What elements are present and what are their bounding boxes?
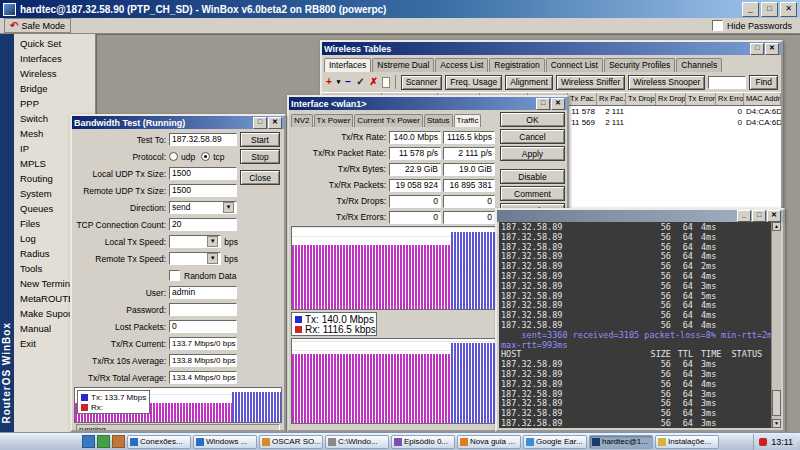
taskbar-item[interactable]: Episódio 0...: [391, 435, 455, 449]
close-button[interactable]: ✕: [765, 43, 779, 55]
protocol-tcp-radio[interactable]: [201, 152, 210, 161]
dialog-button[interactable]: OK: [500, 112, 565, 127]
add-icon[interactable]: +: [325, 75, 333, 89]
status-bar: running...: [76, 424, 280, 432]
quick-launch-icon[interactable]: [97, 435, 110, 448]
tray-icon[interactable]: [759, 438, 767, 446]
maximize-button[interactable]: □: [752, 210, 766, 222]
local-tx-speed-input[interactable]: ▼: [169, 235, 221, 248]
test-to-input[interactable]: 187.32.58.89: [169, 133, 237, 146]
column-header[interactable]: Rx Pac...: [597, 93, 626, 105]
taskbar-item[interactable]: OSCAR SO...: [259, 435, 323, 449]
taskbar-item[interactable]: Google Ear...: [523, 435, 587, 449]
column-header[interactable]: Tx Pac...: [568, 93, 597, 105]
comment-icon[interactable]: [382, 77, 390, 88]
taskbar-item[interactable]: Instalaçõe...: [655, 435, 719, 449]
dialog-button[interactable]: Stop: [240, 149, 280, 164]
column-header[interactable]: Tx Drops: [626, 93, 656, 105]
dropdown-icon[interactable]: ▼: [207, 236, 218, 247]
tab[interactable]: Registration: [489, 58, 544, 72]
tab[interactable]: Traffic: [454, 114, 482, 127]
wireless-tool-button[interactable]: Wireless Sniffer: [556, 75, 625, 90]
column-header[interactable]: Tx Errors: [686, 93, 716, 105]
column-header[interactable]: Rx Drops: [656, 93, 686, 105]
tab[interactable]: Tx Power: [314, 114, 354, 127]
dialog-button[interactable]: Close: [240, 170, 280, 185]
taskbar-item[interactable]: Windows ...: [193, 435, 257, 449]
dialog-button[interactable]: Disable: [500, 169, 565, 184]
sidebar-item[interactable]: Quick Set: [14, 36, 95, 51]
find-input[interactable]: [708, 76, 746, 89]
taskbar-item[interactable]: Conexões...: [127, 435, 191, 449]
close-button[interactable]: ✕: [551, 98, 565, 110]
sidebar-item[interactable]: Wireless: [14, 66, 95, 81]
wireless-tool-button[interactable]: Freq. Usage: [445, 75, 502, 90]
hide-passwords-checkbox[interactable]: Hide Passwords: [712, 20, 796, 31]
scroll-down-icon[interactable]: ▼: [772, 419, 781, 428]
quick-launch-icon[interactable]: [82, 435, 95, 448]
tab[interactable]: NV2: [291, 114, 313, 127]
tab[interactable]: Interfaces: [324, 58, 371, 72]
close-button[interactable]: ✕: [767, 210, 781, 222]
tab[interactable]: Status: [424, 114, 453, 127]
tab[interactable]: Nstreme Dual: [372, 58, 434, 72]
taskbar-item[interactable]: C:\Windo...: [325, 435, 389, 449]
remove-icon[interactable]: −: [344, 75, 352, 89]
maximize-button[interactable]: □: [536, 98, 550, 110]
dialog-button[interactable]: Start: [240, 132, 280, 147]
dialog-button[interactable]: Cancel: [500, 129, 565, 144]
minimize-button[interactable]: _: [742, 2, 759, 17]
add-dropdown-icon[interactable]: ▾: [336, 75, 342, 89]
tab[interactable]: Access List: [435, 58, 488, 72]
dialog-button[interactable]: Comment: [500, 186, 565, 201]
column-header[interactable]: Rx Errors: [716, 93, 744, 105]
wireless-tool-button[interactable]: Scanner: [401, 75, 443, 90]
remote-tx-speed-input[interactable]: ▼: [169, 252, 221, 265]
terminal-output[interactable]: 187.32.58.8956644ms 187.32.58.8956644ms …: [499, 222, 781, 428]
terminal-scrollbar[interactable]: ▲ ▼: [771, 222, 781, 428]
maximize-button[interactable]: □: [750, 43, 764, 55]
interface-titlebar[interactable]: Interface <wlan1> □ ✕: [289, 97, 567, 110]
scroll-up-icon[interactable]: ▲: [772, 222, 781, 231]
tab[interactable]: Current Tx Power: [354, 114, 423, 127]
enable-icon[interactable]: ✓: [355, 75, 365, 89]
scrollbar-thumb[interactable]: [772, 390, 781, 416]
wireless-action-buttons: ScannerFreq. UsageAlignmentWireless Snif…: [401, 75, 706, 90]
password-input[interactable]: [169, 303, 237, 316]
terminal-titlebar[interactable]: _ □ ✕: [497, 210, 783, 222]
tab[interactable]: Channels: [676, 58, 722, 72]
bandwidth-test-body: Test To:187.32.58.89 Protocol: udp tcp L…: [72, 129, 284, 432]
taskbar-item[interactable]: hardtec@1...: [589, 435, 653, 449]
quick-launch-icon[interactable]: [112, 435, 125, 448]
tab[interactable]: Security Profiles: [604, 58, 675, 72]
dialog-button[interactable]: Apply: [500, 146, 565, 161]
sidebar-item[interactable]: Interfaces: [14, 51, 95, 66]
close-button[interactable]: ✕: [780, 2, 797, 17]
main-titlebar[interactable]: hardtec@187.32.58.90 (PTP_CH_SD) - WinBo…: [0, 0, 800, 18]
close-button[interactable]: ✕: [268, 117, 282, 129]
taskbar-item[interactable]: Nova guia ...: [457, 435, 521, 449]
safe-mode-button[interactable]: ↶ Safe Mode: [4, 18, 71, 33]
protocol-udp-radio[interactable]: [169, 152, 178, 161]
find-button[interactable]: Find: [749, 75, 778, 90]
wireless-tool-button[interactable]: Alignment: [505, 75, 553, 90]
dropdown-icon[interactable]: ▼: [207, 253, 218, 264]
maximize-button[interactable]: □: [253, 117, 267, 129]
local-udp-size-input[interactable]: 1500: [169, 167, 237, 180]
sidebar-item[interactable]: PPP: [14, 96, 95, 111]
maximize-button[interactable]: □: [761, 2, 778, 17]
direction-select[interactable]: send▼: [169, 201, 237, 214]
tcp-connection-count-input[interactable]: 20: [169, 218, 237, 231]
column-header[interactable]: MAC Addres: [744, 93, 781, 105]
dropdown-icon[interactable]: ▼: [223, 202, 234, 213]
tab[interactable]: Connect List: [546, 58, 603, 72]
wireless-tool-button[interactable]: Wireless Snooper: [628, 75, 705, 90]
random-data-checkbox[interactable]: [169, 270, 180, 281]
user-input[interactable]: admin: [169, 286, 237, 299]
sidebar-item[interactable]: Bridge: [14, 81, 95, 96]
disable-icon[interactable]: ✗: [369, 75, 379, 89]
wireless-titlebar[interactable]: Wireless Tables □ ✕: [322, 42, 781, 55]
bandwidth-test-titlebar[interactable]: Bandwidth Test (Running) □ ✕: [72, 116, 284, 129]
remote-udp-size-input[interactable]: 1500: [169, 184, 237, 197]
minimize-button[interactable]: _: [737, 210, 751, 222]
